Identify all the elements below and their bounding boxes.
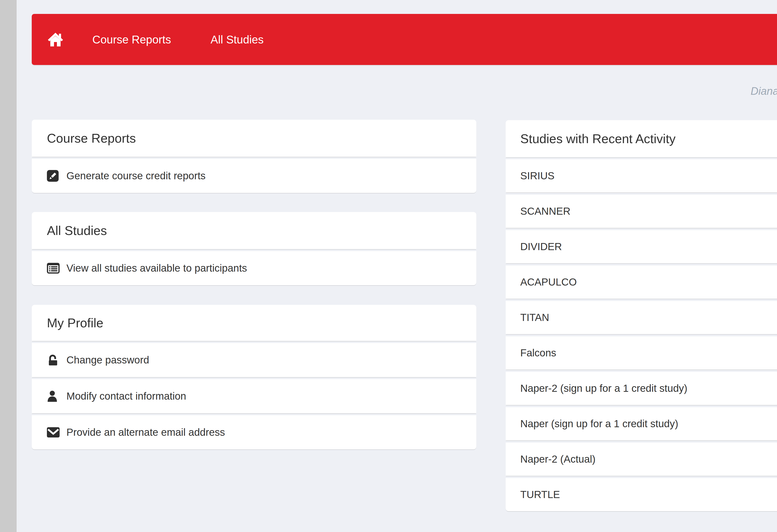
envelope-icon [47, 427, 61, 437]
nav-item-all-studies[interactable]: All Studies [211, 33, 263, 46]
study-link-sirius[interactable]: SIRIUS [506, 159, 777, 193]
study-link-naper-2-signup[interactable]: Naper-2 (sign up for a 1 credit study) [506, 372, 777, 405]
study-link-scanner[interactable]: SCANNER [506, 195, 777, 228]
link-label: Provide an alternate email address [67, 426, 225, 438]
link-view-all-studies[interactable]: View all studies available to participan… [32, 251, 476, 285]
link-label: Modify contact information [67, 390, 186, 402]
window-edge-strip [0, 0, 17, 532]
link-provide-alternate-email[interactable]: Provide an alternate email address [32, 415, 476, 449]
nav-item-course-reports[interactable]: Course Reports [92, 33, 171, 46]
user-icon [47, 390, 61, 402]
study-link-acapulco[interactable]: ACAPULCO [506, 265, 777, 299]
link-change-password[interactable]: Change password [32, 343, 476, 377]
card-my-profile-title: My Profile [32, 305, 476, 341]
link-generate-course-credit-reports[interactable]: Generate course credit reports [32, 159, 476, 193]
study-link-falcons[interactable]: Falcons [506, 336, 777, 369]
recent-activity-title: Studies with Recent Activity [506, 120, 777, 157]
card-course-reports-title: Course Reports [32, 120, 476, 157]
list-alt-icon [47, 263, 61, 274]
navbar: Course Reports All Studies [32, 14, 777, 65]
card-all-studies-title: All Studies [32, 212, 476, 249]
study-link-divider[interactable]: DIVIDER [506, 230, 777, 263]
link-label: View all studies available to participan… [67, 262, 247, 274]
user-name: Diana [751, 85, 777, 97]
link-modify-contact-information[interactable]: Modify contact information [32, 379, 476, 413]
home-icon [47, 32, 64, 47]
pencil-square-icon [47, 170, 61, 182]
link-label: Generate course credit reports [67, 170, 206, 182]
link-label: Change password [67, 354, 149, 366]
home-button[interactable] [47, 32, 64, 47]
study-link-naper-2-actual[interactable]: Naper-2 (Actual) [506, 443, 777, 476]
unlock-icon [47, 354, 61, 366]
study-link-naper-signup[interactable]: Naper (sign up for a 1 credit study) [506, 407, 777, 440]
study-link-titan[interactable]: TITAN [506, 301, 777, 334]
study-link-turtle[interactable]: TURTLE [506, 478, 777, 511]
